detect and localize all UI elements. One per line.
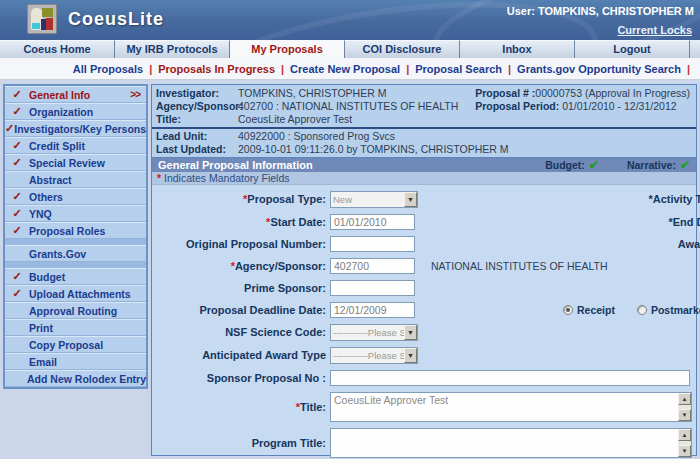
sidebar-menu: ✓ General Info >> ✓ Organization ✓ Inves… [3, 84, 148, 389]
proposal-type-select[interactable]: New ▼ [330, 191, 418, 208]
summary-divider [152, 127, 696, 129]
sidebar-item-grants-gov[interactable]: Grants.Gov [5, 245, 146, 262]
sidebar-item-ynq[interactable]: ✓ YNQ [5, 205, 146, 222]
dropdown-arrow-icon: ▼ [404, 325, 417, 340]
sidebar-item-upload-attachments[interactable]: ✓ Upload Attachments [5, 285, 146, 302]
check-icon: ✓ [5, 105, 29, 118]
sidebar-item-email[interactable]: Email [5, 353, 146, 370]
postmarked-radio[interactable] [637, 305, 647, 315]
program-title-textarea-wrap: ▲ ▼ [330, 428, 692, 458]
check-icon: ✓ [5, 270, 29, 283]
sidebar-item-investigators-key-persons[interactable]: ✓ Investigators/Key Persons [5, 120, 146, 137]
general-proposal-form: *Proposal Type: New ▼ *Activity Type: Or… [152, 185, 696, 459]
nsf-science-code-select[interactable]: -----------Please Select----------- ▼ [330, 324, 418, 341]
activity-type-label: *Activity Type: [576, 194, 700, 205]
anticipated-award-type-select[interactable]: -----------Please Select----------- ▼ [330, 347, 418, 364]
subnav-separator: | [506, 63, 513, 75]
award-number-label: Award #: [576, 239, 700, 250]
proposal-number-label: Proposal # : [475, 87, 535, 99]
top-banner: CoeusLite User: TOMPKINS, CHRISTOPHER M … [0, 0, 700, 40]
investigator-label: Investigator: [156, 87, 238, 100]
nsf-science-code-label: NSF Science Code: [152, 327, 330, 338]
subnav-proposals-in-progress[interactable]: Proposals In Progress [154, 63, 279, 75]
check-icon: ✓ [5, 139, 29, 152]
title-value: CoeusLite Approver Test [238, 113, 352, 126]
lead-unit-label: Lead Unit: [156, 130, 238, 143]
proposal-period-value: 01/01/2010 - 12/31/2012 [562, 100, 676, 112]
sidebar-item-abstract[interactable]: Abstract [5, 171, 146, 188]
deadline-type-radio-group: Receipt Postmarked [563, 304, 700, 316]
subnav-grantsgov-opportunity-search[interactable]: Grants.gov Opportunity Search [513, 63, 685, 75]
app-title: CoeusLite [68, 9, 164, 30]
narrative-complete-check-icon: ✔ [680, 158, 690, 172]
sidebar-item-others[interactable]: ✓ Others [5, 188, 146, 205]
subnav-separator: | [404, 63, 411, 75]
tab-coeus-home[interactable]: Coeus Home [0, 40, 115, 58]
check-icon: ✓ [5, 224, 29, 237]
tab-coi-disclosure[interactable]: COI Disclosure [345, 40, 460, 58]
sidebar-item-copy-proposal[interactable]: Copy Proposal [5, 336, 146, 353]
lead-unit-value: 40922000 : Sponsored Prog Svcs [238, 130, 395, 143]
start-date-input[interactable] [330, 214, 415, 230]
prime-sponsor-input[interactable] [330, 280, 415, 296]
proposal-summary: Investigator: TOMPKINS, CHRISTOPHER M Ag… [152, 85, 696, 157]
agency-sponsor-field-label: *Agency/Sponsor: [152, 261, 330, 272]
last-updated-value: 2009-10-01 09:11:26.0 by TOMPKINS, CHRIS… [238, 143, 509, 156]
scroll-down-icon[interactable]: ▼ [678, 409, 691, 421]
tab-inbox[interactable]: Inbox [460, 40, 575, 58]
receipt-radio[interactable] [563, 305, 573, 315]
sidebar-item-credit-split[interactable]: ✓ Credit Split [5, 137, 146, 154]
narrative-status-label: Narrative: [627, 159, 676, 171]
program-title-label: Program Title: [152, 438, 330, 449]
tab-my-irb-protocols[interactable]: My IRB Protocols [115, 40, 230, 58]
sidebar-item-budget[interactable]: ✓ Budget [5, 268, 146, 285]
proposal-deadline-date-input[interactable] [330, 302, 415, 318]
sidebar-item-general-info[interactable]: ✓ General Info >> [5, 86, 146, 103]
sidebar-item-add-new-rolodex-entry[interactable]: Add New Rolodex Entry [5, 370, 146, 387]
agency-sponsor-value: 402700 : NATIONAL INSTITUTES OF HEALTH [238, 100, 458, 113]
tab-my-proposals[interactable]: My Proposals [230, 40, 345, 58]
subnav-all-proposals[interactable]: All Proposals [69, 63, 147, 75]
sidebar-item-print[interactable]: Print [5, 319, 146, 336]
check-icon: ✓ [5, 287, 29, 300]
program-title-scrollbar[interactable]: ▲ ▼ [678, 429, 691, 457]
dropdown-arrow-icon: ▼ [404, 348, 417, 363]
sponsor-proposal-no-label: Sponsor Proposal No : [152, 373, 330, 384]
current-locks-link[interactable]: Current Locks [617, 24, 692, 36]
tabbar-filler [690, 40, 700, 58]
last-updated-label: Last Updated: [156, 143, 238, 156]
sidebar-item-organization[interactable]: ✓ Organization [5, 103, 146, 120]
agency-sponsor-input[interactable] [330, 258, 415, 274]
sponsor-proposal-no-input[interactable] [330, 370, 690, 386]
program-title-textarea[interactable] [331, 429, 678, 457]
subnav-separator: | [147, 63, 154, 75]
scroll-up-icon[interactable]: ▲ [678, 393, 691, 405]
main-content: Investigator: TOMPKINS, CHRISTOPHER M Ag… [151, 84, 697, 456]
scroll-down-icon[interactable]: ▼ [678, 445, 691, 457]
sidebar-item-proposal-roles[interactable]: ✓ Proposal Roles [5, 222, 146, 239]
receipt-label: Receipt [577, 304, 615, 316]
subnav-create-new-proposal[interactable]: Create New Proposal [286, 63, 404, 75]
chevron-right-icon: >> [130, 89, 140, 100]
main-nav-tabs: Coeus Home My IRB Protocols My Proposals… [0, 40, 700, 58]
prime-sponsor-label: Prime Sponsor: [152, 283, 330, 294]
budget-status-label: Budget: [545, 159, 585, 171]
coeus-logo-icon [27, 4, 57, 34]
title-scrollbar[interactable]: ▲ ▼ [678, 393, 691, 421]
check-icon: ✓ [5, 88, 29, 101]
title-textarea[interactable] [331, 393, 678, 421]
scroll-up-icon[interactable]: ▲ [678, 429, 691, 441]
postmarked-label: Postmarked [651, 304, 700, 316]
title-field-label: *Title: [152, 402, 330, 413]
tab-logout[interactable]: Logout [575, 40, 690, 58]
anticipated-award-type-label: Anticipated Award Type [152, 350, 330, 361]
sidebar-item-approval-routing[interactable]: Approval Routing [5, 302, 146, 319]
subnav-proposal-search[interactable]: Proposal Search [411, 63, 506, 75]
proposal-number-value: 00000753 (Approval In Progress) [535, 87, 690, 99]
user-info: User: TOMPKINS, CHRISTOPHER M [507, 5, 694, 17]
agency-sponsor-name: NATIONAL INSTITUTES OF HEALTH [431, 260, 608, 272]
original-proposal-number-input[interactable] [330, 236, 415, 252]
subnav-separator: | [279, 63, 286, 75]
mandatory-fields-note: * Indicates Mandatory Fields [152, 172, 696, 185]
sidebar-item-special-review[interactable]: ✓ Special Review [5, 154, 146, 171]
